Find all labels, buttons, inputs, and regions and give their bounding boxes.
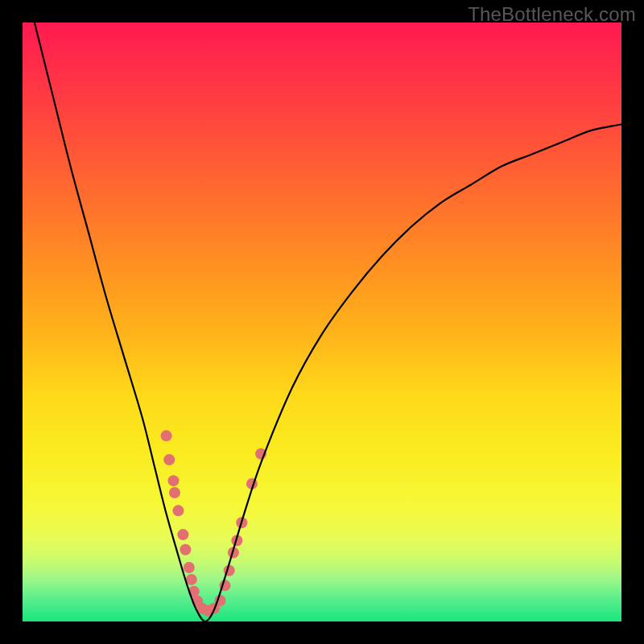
highlight-dot: [169, 487, 180, 498]
chart-frame: TheBottleneck.com: [0, 0, 644, 644]
curve-layer: [23, 23, 621, 621]
highlight-dot: [184, 562, 195, 573]
highlight-dot: [172, 505, 184, 516]
highlight-dot: [177, 529, 188, 540]
highlight-dot: [167, 475, 179, 486]
highlight-dot: [161, 430, 172, 441]
bottleneck-curve: [35, 23, 621, 621]
highlight-dot: [180, 544, 191, 555]
highlight-dot: [163, 454, 175, 465]
highlight-dots: [161, 430, 267, 616]
watermark-text: TheBottleneck.com: [468, 3, 636, 26]
plot-area: [23, 23, 621, 621]
